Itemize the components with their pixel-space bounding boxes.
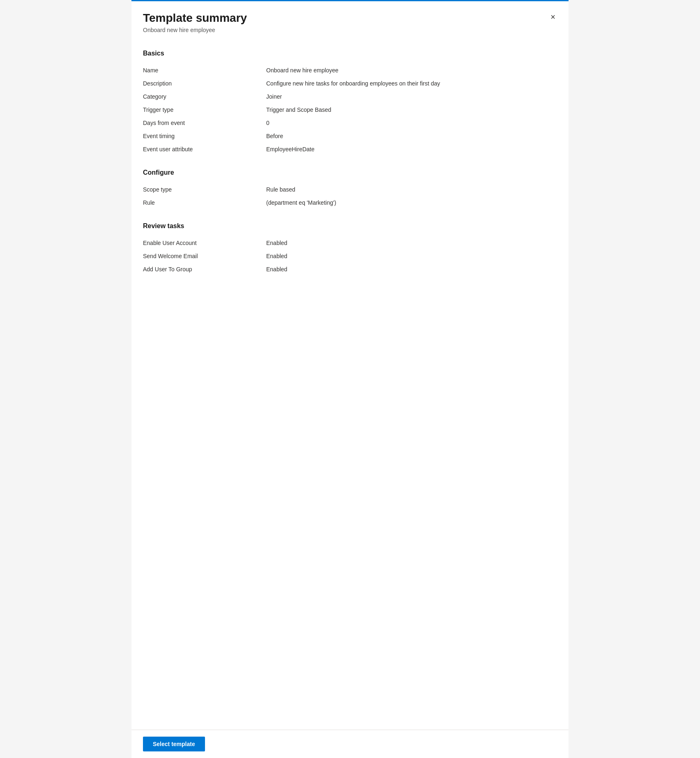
field-event-user-attribute-label: Event user attribute — [143, 146, 266, 153]
template-summary-panel: Template summary Onboard new hire employ… — [131, 0, 569, 758]
panel-title: Template summary — [143, 11, 557, 25]
panel-header: Template summary Onboard new hire employ… — [131, 1, 569, 40]
field-add-user-to-group: Add User To Group Enabled — [143, 263, 557, 276]
field-enable-user-account-label: Enable User Account — [143, 240, 266, 246]
close-icon: × — [550, 12, 555, 22]
field-event-user-attribute: Event user attribute EmployeeHireDate — [143, 143, 557, 156]
field-trigger-type: Trigger type Trigger and Scope Based — [143, 103, 557, 116]
review-tasks-section: Review tasks Enable User Account Enabled… — [143, 222, 557, 276]
close-button[interactable]: × — [546, 9, 560, 24]
field-add-user-to-group-value: Enabled — [266, 266, 287, 273]
field-scope-type-value: Rule based — [266, 186, 295, 193]
field-event-timing: Event timing Before — [143, 129, 557, 143]
field-rule-value: (department eq 'Marketing') — [266, 199, 336, 206]
basics-section: Basics Name Onboard new hire employee De… — [143, 50, 557, 156]
field-days-from-event: Days from event 0 — [143, 116, 557, 129]
select-template-button[interactable]: Select template — [143, 737, 205, 751]
field-add-user-to-group-label: Add User To Group — [143, 266, 266, 273]
field-category-value: Joiner — [266, 93, 282, 100]
field-category: Category Joiner — [143, 90, 557, 103]
field-days-from-event-label: Days from event — [143, 120, 266, 126]
field-name: Name Onboard new hire employee — [143, 64, 557, 77]
configure-section-title: Configure — [143, 169, 557, 176]
review-tasks-section-title: Review tasks — [143, 222, 557, 230]
field-rule-label: Rule — [143, 199, 266, 206]
panel-subtitle: Onboard new hire employee — [143, 27, 557, 33]
field-event-timing-label: Event timing — [143, 133, 266, 139]
field-event-user-attribute-value: EmployeeHireDate — [266, 146, 315, 153]
field-description-value: Configure new hire tasks for onboarding … — [266, 80, 440, 87]
field-description: Description Configure new hire tasks for… — [143, 77, 557, 90]
field-send-welcome-email-label: Send Welcome Email — [143, 253, 266, 259]
field-name-label: Name — [143, 67, 266, 74]
field-rule: Rule (department eq 'Marketing') — [143, 196, 557, 209]
field-enable-user-account: Enable User Account Enabled — [143, 236, 557, 250]
basics-section-title: Basics — [143, 50, 557, 57]
panel-footer: Select template — [131, 730, 569, 758]
field-scope-type-label: Scope type — [143, 186, 266, 193]
field-send-welcome-email-value: Enabled — [266, 253, 287, 259]
field-days-from-event-value: 0 — [266, 120, 269, 126]
field-category-label: Category — [143, 93, 266, 100]
configure-section: Configure Scope type Rule based Rule (de… — [143, 169, 557, 209]
field-trigger-type-label: Trigger type — [143, 106, 266, 113]
field-scope-type: Scope type Rule based — [143, 183, 557, 196]
field-trigger-type-value: Trigger and Scope Based — [266, 106, 331, 113]
field-name-value: Onboard new hire employee — [266, 67, 338, 74]
field-description-label: Description — [143, 80, 266, 87]
panel-content: Basics Name Onboard new hire employee De… — [131, 40, 569, 730]
field-event-timing-value: Before — [266, 133, 283, 139]
field-send-welcome-email: Send Welcome Email Enabled — [143, 250, 557, 263]
field-enable-user-account-value: Enabled — [266, 240, 287, 246]
